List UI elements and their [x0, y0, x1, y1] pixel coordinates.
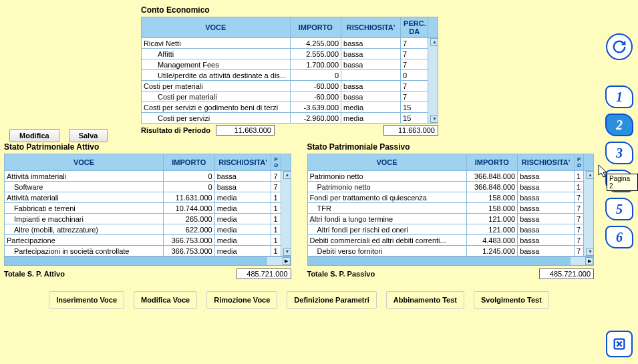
totale-passivo-label: Totale S. P. Passivo	[307, 270, 375, 278]
page-6-button[interactable]: 6	[605, 226, 633, 248]
col-rischiosita[interactable]: RISCHIOSITA'	[341, 17, 401, 38]
conto-economico-table: VOCE IMPORTO RISCHIOSITA' PERC. DA Ricav…	[141, 17, 438, 124]
col-scroll	[428, 17, 438, 38]
modifica-button[interactable]: Modifica	[9, 129, 59, 142]
table-row[interactable]: Fabbricati e terreni10.744.000media1	[5, 203, 291, 214]
totale-attivo-value[interactable]	[236, 268, 291, 279]
page-2-button[interactable]: 2	[605, 114, 633, 136]
refresh-icon[interactable]	[606, 33, 633, 60]
vscrollbar[interactable]: ▲▼	[584, 171, 594, 256]
hscrollbar[interactable]: ▶	[307, 256, 595, 266]
hscrollbar[interactable]: ▶	[4, 256, 291, 266]
table-row[interactable]: Patrimonio netto366.848.000bassa1▲▼	[307, 171, 594, 182]
col-voce[interactable]: VOCE	[5, 154, 164, 171]
table-row[interactable]: Ricavi Netti4.255.000bassa7▲▼	[142, 38, 438, 49]
table-row[interactable]: Costi per servizi-2.960.000media15	[142, 113, 438, 124]
sp-passivo-title: Stato Patrimoniale Passivo	[307, 142, 595, 152]
risultato-value-1[interactable]	[216, 125, 275, 136]
risultato-value-2[interactable]	[383, 125, 438, 136]
table-row[interactable]: Costi per servizi e godimento beni di te…	[142, 102, 438, 113]
tooltip-pagina: Pagina 2	[607, 174, 638, 191]
vscrollbar[interactable]: ▲▼	[281, 171, 291, 256]
totale-passivo-value[interactable]	[539, 268, 594, 279]
table-row[interactable]: Altre (mobili, attrezzature)622.000media…	[5, 224, 291, 235]
table-row[interactable]: Affitti2.555.000bassa7	[142, 49, 438, 59]
totale-attivo-label: Totale S. P. Attivo	[4, 270, 65, 278]
sp-attivo-title: Stato Patrimoniale Attivo	[4, 142, 291, 152]
table-row[interactable]: Partecipazioni in società controllate366…	[5, 246, 291, 256]
table-row[interactable]: Debiti commerciali ed altri debiti corre…	[307, 235, 594, 246]
rimozione-voce-button[interactable]: Rimozione Voce	[206, 291, 277, 309]
risultato-label: Risultato di Periodo	[141, 126, 210, 134]
modifica-voce-button[interactable]: Modifica Voce	[134, 291, 197, 309]
sp-attivo-table: VOCE IMPORTO RISCHIOSITA' P D Attività i…	[4, 154, 291, 256]
table-row[interactable]: Costi per materiali-60.000bassa7	[142, 92, 438, 102]
table-row[interactable]: Attività materiali11.631.000media1	[5, 192, 291, 203]
sp-passivo-table: VOCE IMPORTO RISCHIOSITA' P D Patrimonio…	[307, 154, 595, 256]
table-row[interactable]: Altri fondi a lungo termine121.000bassa7	[307, 214, 594, 224]
table-row[interactable]: Patrimonio netto366.848.000bassa1	[307, 182, 594, 192]
table-row[interactable]: Management Fees1.700.000bassa7	[142, 59, 438, 70]
col-pd[interactable]: P D	[574, 154, 583, 171]
definizione-parametri-button[interactable]: Definizione Parametri	[287, 291, 376, 309]
col-importo[interactable]: IMPORTO	[164, 154, 215, 171]
table-row[interactable]: Software0bassa7	[5, 182, 291, 192]
col-voce[interactable]: VOCE	[307, 154, 466, 171]
close-icon[interactable]	[606, 331, 633, 357]
table-row[interactable]: Partecipazione366.753.000media1	[5, 235, 291, 246]
vscrollbar[interactable]: ▲▼	[428, 38, 438, 124]
col-importo[interactable]: IMPORTO	[466, 154, 518, 171]
table-row[interactable]: Debiti verso fornitori1.245.000bassa7	[307, 246, 594, 256]
col-perc-da[interactable]: PERC. DA	[401, 17, 428, 38]
table-row[interactable]: Altri fondi per rischi ed oneri121.000ba…	[307, 224, 594, 235]
table-row[interactable]: Impianti e macchinari265.000media1	[5, 214, 291, 224]
col-rischiosita[interactable]: RISCHIOSITA'	[518, 154, 575, 171]
col-pd[interactable]: P D	[271, 154, 281, 171]
page-5-button[interactable]: 5	[605, 198, 633, 220]
col-rischiosita[interactable]: RISCHIOSITA'	[214, 154, 271, 171]
table-row[interactable]: Fondi per trattamento di quiescenza158.0…	[307, 192, 594, 203]
table-row[interactable]: Attività immateriali0bassa7▲▼	[5, 171, 291, 182]
page-3-button[interactable]: 3	[605, 142, 633, 164]
conto-economico-title: Conto Economico	[141, 5, 438, 15]
col-voce[interactable]: VOCE	[142, 17, 291, 38]
table-row[interactable]: Costi per materiali-60.000bassa7	[142, 81, 438, 92]
page-1-button[interactable]: 1	[605, 85, 633, 108]
svolgimento-test-button[interactable]: Svolgimento Test	[474, 291, 549, 309]
abbinamento-test-button[interactable]: Abbinamento Test	[386, 291, 464, 309]
table-row[interactable]: Utile/perdite da attività destinate a di…	[142, 70, 438, 81]
table-row[interactable]: TFR158.000bassa7	[307, 203, 594, 214]
col-importo[interactable]: IMPORTO	[290, 17, 341, 38]
salva-button[interactable]: Salva	[69, 129, 108, 142]
inserimento-voce-button[interactable]: Inserimento Voce	[49, 291, 124, 309]
